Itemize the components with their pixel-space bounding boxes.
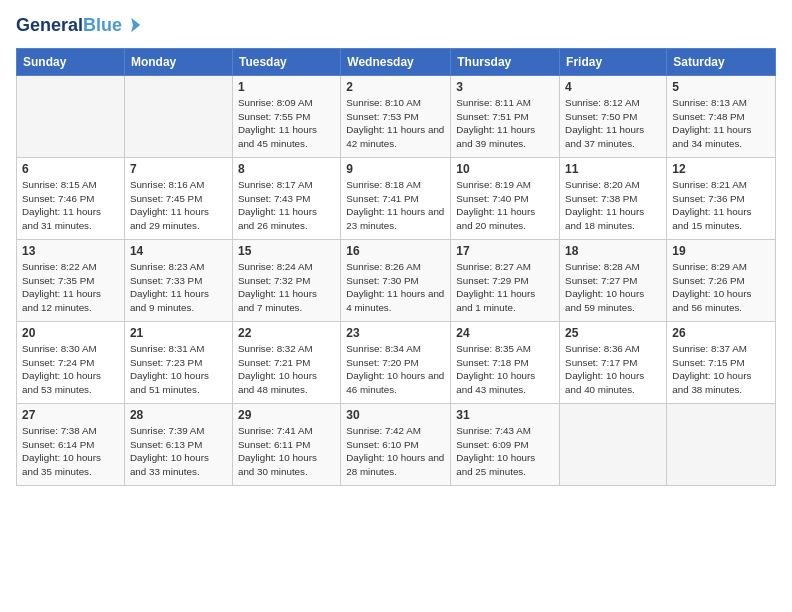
calendar-cell: 15Sunrise: 8:24 AMSunset: 7:32 PMDayligh… — [232, 239, 340, 321]
day-number: 20 — [22, 326, 119, 340]
day-number: 31 — [456, 408, 554, 422]
day-content: Sunrise: 7:41 AMSunset: 6:11 PMDaylight:… — [238, 424, 335, 479]
calendar-cell: 22Sunrise: 8:32 AMSunset: 7:21 PMDayligh… — [232, 321, 340, 403]
day-content: Sunrise: 8:26 AMSunset: 7:30 PMDaylight:… — [346, 260, 445, 315]
day-number: 26 — [672, 326, 770, 340]
day-number: 18 — [565, 244, 661, 258]
day-number: 2 — [346, 80, 445, 94]
day-content: Sunrise: 8:32 AMSunset: 7:21 PMDaylight:… — [238, 342, 335, 397]
calendar-cell: 1Sunrise: 8:09 AMSunset: 7:55 PMDaylight… — [232, 75, 340, 157]
weekday-header-sunday: Sunday — [17, 48, 125, 75]
calendar-week-4: 20Sunrise: 8:30 AMSunset: 7:24 PMDayligh… — [17, 321, 776, 403]
day-content: Sunrise: 8:36 AMSunset: 7:17 PMDaylight:… — [565, 342, 661, 397]
logo-icon — [124, 16, 142, 34]
logo-text: GeneralBlue — [16, 16, 122, 36]
calendar-cell — [667, 403, 776, 485]
day-content: Sunrise: 8:24 AMSunset: 7:32 PMDaylight:… — [238, 260, 335, 315]
calendar-cell: 11Sunrise: 8:20 AMSunset: 7:38 PMDayligh… — [560, 157, 667, 239]
day-content: Sunrise: 8:21 AMSunset: 7:36 PMDaylight:… — [672, 178, 770, 233]
day-number: 30 — [346, 408, 445, 422]
calendar-cell: 10Sunrise: 8:19 AMSunset: 7:40 PMDayligh… — [451, 157, 560, 239]
calendar-cell — [124, 75, 232, 157]
calendar-cell — [560, 403, 667, 485]
calendar-cell: 30Sunrise: 7:42 AMSunset: 6:10 PMDayligh… — [341, 403, 451, 485]
day-content: Sunrise: 7:42 AMSunset: 6:10 PMDaylight:… — [346, 424, 445, 479]
svg-marker-0 — [131, 18, 140, 32]
day-content: Sunrise: 8:37 AMSunset: 7:15 PMDaylight:… — [672, 342, 770, 397]
day-number: 21 — [130, 326, 227, 340]
day-content: Sunrise: 8:18 AMSunset: 7:41 PMDaylight:… — [346, 178, 445, 233]
calendar-week-3: 13Sunrise: 8:22 AMSunset: 7:35 PMDayligh… — [17, 239, 776, 321]
calendar-cell: 25Sunrise: 8:36 AMSunset: 7:17 PMDayligh… — [560, 321, 667, 403]
day-content: Sunrise: 8:22 AMSunset: 7:35 PMDaylight:… — [22, 260, 119, 315]
day-number: 6 — [22, 162, 119, 176]
calendar-cell: 3Sunrise: 8:11 AMSunset: 7:51 PMDaylight… — [451, 75, 560, 157]
calendar-cell: 5Sunrise: 8:13 AMSunset: 7:48 PMDaylight… — [667, 75, 776, 157]
day-number: 5 — [672, 80, 770, 94]
day-content: Sunrise: 8:19 AMSunset: 7:40 PMDaylight:… — [456, 178, 554, 233]
calendar-cell: 28Sunrise: 7:39 AMSunset: 6:13 PMDayligh… — [124, 403, 232, 485]
calendar-cell: 20Sunrise: 8:30 AMSunset: 7:24 PMDayligh… — [17, 321, 125, 403]
calendar-cell: 9Sunrise: 8:18 AMSunset: 7:41 PMDaylight… — [341, 157, 451, 239]
calendar-week-2: 6Sunrise: 8:15 AMSunset: 7:46 PMDaylight… — [17, 157, 776, 239]
calendar-cell: 6Sunrise: 8:15 AMSunset: 7:46 PMDaylight… — [17, 157, 125, 239]
day-content: Sunrise: 8:29 AMSunset: 7:26 PMDaylight:… — [672, 260, 770, 315]
day-content: Sunrise: 8:20 AMSunset: 7:38 PMDaylight:… — [565, 178, 661, 233]
day-content: Sunrise: 8:28 AMSunset: 7:27 PMDaylight:… — [565, 260, 661, 315]
day-number: 13 — [22, 244, 119, 258]
weekday-header-friday: Friday — [560, 48, 667, 75]
day-number: 22 — [238, 326, 335, 340]
calendar-table: SundayMondayTuesdayWednesdayThursdayFrid… — [16, 48, 776, 486]
calendar-cell: 18Sunrise: 8:28 AMSunset: 7:27 PMDayligh… — [560, 239, 667, 321]
day-number: 1 — [238, 80, 335, 94]
day-content: Sunrise: 7:39 AMSunset: 6:13 PMDaylight:… — [130, 424, 227, 479]
calendar-cell: 14Sunrise: 8:23 AMSunset: 7:33 PMDayligh… — [124, 239, 232, 321]
day-number: 24 — [456, 326, 554, 340]
day-content: Sunrise: 7:43 AMSunset: 6:09 PMDaylight:… — [456, 424, 554, 479]
day-content: Sunrise: 8:10 AMSunset: 7:53 PMDaylight:… — [346, 96, 445, 151]
day-content: Sunrise: 8:11 AMSunset: 7:51 PMDaylight:… — [456, 96, 554, 151]
day-number: 28 — [130, 408, 227, 422]
calendar-cell: 2Sunrise: 8:10 AMSunset: 7:53 PMDaylight… — [341, 75, 451, 157]
calendar-week-5: 27Sunrise: 7:38 AMSunset: 6:14 PMDayligh… — [17, 403, 776, 485]
calendar-week-1: 1Sunrise: 8:09 AMSunset: 7:55 PMDaylight… — [17, 75, 776, 157]
calendar-cell: 19Sunrise: 8:29 AMSunset: 7:26 PMDayligh… — [667, 239, 776, 321]
day-number: 17 — [456, 244, 554, 258]
day-content: Sunrise: 8:17 AMSunset: 7:43 PMDaylight:… — [238, 178, 335, 233]
logo: GeneralBlue — [16, 16, 142, 36]
day-content: Sunrise: 8:15 AMSunset: 7:46 PMDaylight:… — [22, 178, 119, 233]
day-content: Sunrise: 8:27 AMSunset: 7:29 PMDaylight:… — [456, 260, 554, 315]
day-number: 29 — [238, 408, 335, 422]
calendar-cell: 13Sunrise: 8:22 AMSunset: 7:35 PMDayligh… — [17, 239, 125, 321]
calendar-cell: 26Sunrise: 8:37 AMSunset: 7:15 PMDayligh… — [667, 321, 776, 403]
day-content: Sunrise: 8:09 AMSunset: 7:55 PMDaylight:… — [238, 96, 335, 151]
calendar-cell: 12Sunrise: 8:21 AMSunset: 7:36 PMDayligh… — [667, 157, 776, 239]
day-number: 12 — [672, 162, 770, 176]
calendar-cell: 4Sunrise: 8:12 AMSunset: 7:50 PMDaylight… — [560, 75, 667, 157]
day-number: 8 — [238, 162, 335, 176]
calendar-cell: 24Sunrise: 8:35 AMSunset: 7:18 PMDayligh… — [451, 321, 560, 403]
day-number: 23 — [346, 326, 445, 340]
day-number: 25 — [565, 326, 661, 340]
day-number: 11 — [565, 162, 661, 176]
day-number: 7 — [130, 162, 227, 176]
calendar-cell: 27Sunrise: 7:38 AMSunset: 6:14 PMDayligh… — [17, 403, 125, 485]
day-number: 16 — [346, 244, 445, 258]
calendar-cell: 23Sunrise: 8:34 AMSunset: 7:20 PMDayligh… — [341, 321, 451, 403]
calendar-cell: 17Sunrise: 8:27 AMSunset: 7:29 PMDayligh… — [451, 239, 560, 321]
day-content: Sunrise: 8:23 AMSunset: 7:33 PMDaylight:… — [130, 260, 227, 315]
page-header: GeneralBlue — [16, 16, 776, 40]
day-number: 15 — [238, 244, 335, 258]
calendar-cell: 8Sunrise: 8:17 AMSunset: 7:43 PMDaylight… — [232, 157, 340, 239]
weekday-header-thursday: Thursday — [451, 48, 560, 75]
calendar-cell: 7Sunrise: 8:16 AMSunset: 7:45 PMDaylight… — [124, 157, 232, 239]
day-content: Sunrise: 8:35 AMSunset: 7:18 PMDaylight:… — [456, 342, 554, 397]
day-content: Sunrise: 8:13 AMSunset: 7:48 PMDaylight:… — [672, 96, 770, 151]
day-number: 14 — [130, 244, 227, 258]
day-number: 27 — [22, 408, 119, 422]
day-content: Sunrise: 8:34 AMSunset: 7:20 PMDaylight:… — [346, 342, 445, 397]
calendar-cell: 21Sunrise: 8:31 AMSunset: 7:23 PMDayligh… — [124, 321, 232, 403]
day-number: 19 — [672, 244, 770, 258]
day-content: Sunrise: 7:38 AMSunset: 6:14 PMDaylight:… — [22, 424, 119, 479]
calendar-cell: 31Sunrise: 7:43 AMSunset: 6:09 PMDayligh… — [451, 403, 560, 485]
